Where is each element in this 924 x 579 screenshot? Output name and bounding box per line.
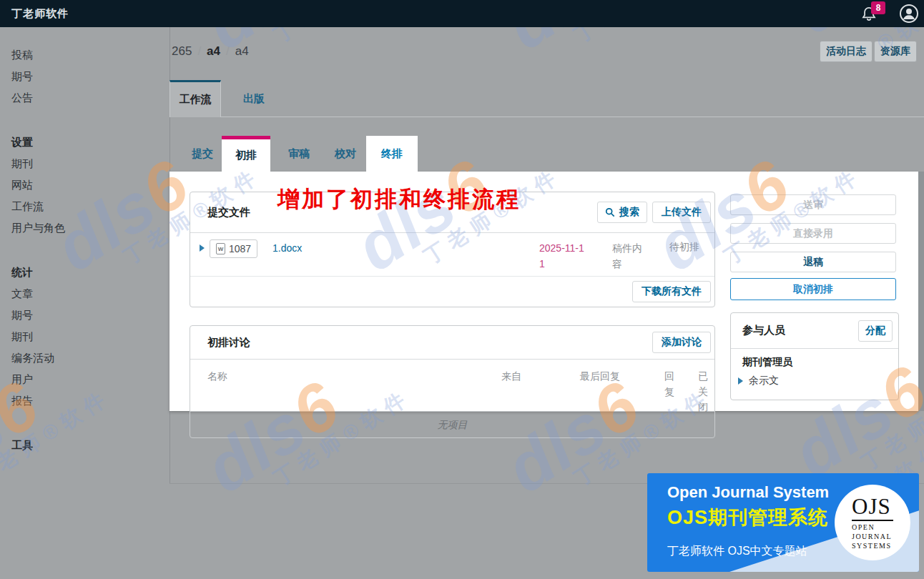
banner-subtitle: 丁老师软件 OJS中文专题站 [667, 544, 807, 559]
watermark-tile: dls6丁老师®软件 [342, 551, 566, 579]
files-panel-title: 提交文件 [207, 206, 250, 219]
sidebar: 投稿 期号 公告 设置 期刊 网站 工作流 用户与角色 统计 文章 期号 期刊 … [0, 27, 169, 579]
send-to-review-button[interactable]: 送审 [730, 194, 896, 215]
breadcrumb: 265/a4/a4 [172, 44, 249, 59]
banner-title-cn: OJS期刊管理系统 [667, 505, 828, 530]
participant-row: 余示文 [731, 369, 898, 387]
discussions-title: 初排讨论 [207, 336, 250, 350]
ojs-promo-banner: Open Journal System OJS期刊管理系统 丁老师软件 OJS中… [647, 473, 919, 572]
column-last-reply: 最后回复 [580, 369, 620, 385]
download-all-files-button[interactable]: 下载所有文件 [632, 281, 711, 302]
column-replies: 回复 [664, 369, 676, 400]
sidebar-header-statistics: 统计 [11, 262, 169, 283]
stage-tab-copyediting[interactable]: 校对 [325, 136, 365, 172]
topbar: 丁老师软件 8 [0, 0, 924, 27]
expand-triangle-icon[interactable] [738, 377, 743, 385]
sidebar-header-settings: 设置 [11, 132, 169, 153]
breadcrumb-separator: / [226, 44, 230, 58]
stage-tab-final-layout[interactable]: 终排 [366, 136, 418, 172]
column-from: 来自 [501, 369, 521, 385]
sidebar-item-stat-users[interactable]: 用户 [11, 369, 169, 390]
ojs-logo-line-journal: JOURNAL [852, 532, 893, 541]
file-date: 2025-11-11 [539, 241, 585, 272]
sidebar-item-issues[interactable]: 期号 [11, 66, 169, 87]
breadcrumb-title: a4 [235, 44, 249, 58]
sidebar-item-website[interactable]: 网站 [11, 174, 169, 196]
discussions-header: 初排讨论 添加讨论 [190, 326, 714, 360]
sidebar-item-editorial-activity[interactable]: 编务活动 [11, 347, 169, 369]
tabs-underline [169, 117, 924, 117]
participants-title: 参与人员 [742, 324, 785, 337]
sidebar-item-articles[interactable]: 文章 [11, 283, 169, 305]
breadcrumb-separator: / [197, 44, 201, 58]
search-button[interactable]: 搜索 [597, 202, 647, 223]
cancel-initial-layout-button[interactable]: 取消初排 [730, 278, 896, 300]
file-name-link[interactable]: 1.docx [272, 242, 302, 254]
user-avatar-icon[interactable] [898, 3, 920, 24]
participants-header: 参与人员 分配 [731, 313, 898, 349]
tab-publication[interactable]: 出版 [229, 80, 279, 117]
word-file-icon: W [216, 243, 225, 254]
annotation-text: 增加了初排和终排流程 [277, 184, 521, 214]
expand-triangle-icon[interactable] [200, 244, 205, 252]
stage-tab-submission[interactable]: 提交 [182, 136, 222, 172]
sidebar-item-journal[interactable]: 期刊 [11, 153, 169, 174]
sidebar-item-workflow[interactable]: 工作流 [11, 196, 169, 217]
sidebar-item-submissions[interactable]: 投稿 [11, 44, 169, 66]
activity-log-button[interactable]: 活动日志 [820, 41, 873, 62]
stage-tab-review[interactable]: 审稿 [279, 136, 319, 172]
column-closed: 已关闭 [698, 369, 709, 415]
file-id: 1087 [229, 243, 251, 254]
app-root: 丁老师软件 8 投稿 期号 公告 设置 期刊 网站 工作流 用户与角色 统计 文… [0, 0, 924, 579]
search-button-label: 搜索 [619, 206, 639, 219]
ojs-logo-line-systems: SYSTEMS [852, 541, 893, 550]
participants-panel: 参与人员 分配 期刊管理员 余示文 [730, 312, 899, 400]
discussions-empty-state: 无项目 [190, 411, 714, 438]
breadcrumb-submission-id: 265 [172, 44, 192, 58]
file-genre: 稿件内容 [612, 241, 647, 272]
participant-role: 期刊管理员 [731, 349, 898, 369]
sidebar-item-reports[interactable]: 报告 [11, 390, 169, 412]
file-row: W 1087 1.docx 2025-11-11 稿件内容 待初排 [190, 233, 714, 277]
banner-title-en: Open Journal System [667, 483, 829, 502]
sidebar-item-users-roles[interactable]: 用户与角色 [11, 217, 169, 239]
search-icon [605, 207, 615, 217]
discussions-column-headers: 名称 来自 最后回复 回复 已关闭 [190, 360, 714, 411]
library-button[interactable]: 资源库 [874, 41, 917, 62]
files-panel-footer: 下载所有文件 [190, 277, 714, 307]
assign-button[interactable]: 分配 [858, 320, 893, 342]
sidebar-item-announcements[interactable]: 公告 [11, 87, 169, 109]
breadcrumb-current: a4 [207, 44, 220, 58]
decline-submission-button[interactable]: 退稿 [730, 252, 896, 272]
file-id-chip: W 1087 [210, 239, 257, 258]
ojs-logo-rule [852, 520, 893, 521]
ojs-logo-text: OJS [852, 495, 893, 518]
stage-tab-initial-layout[interactable]: 初排 [222, 136, 270, 172]
brand-title: 丁老师软件 [11, 0, 69, 27]
sidebar-item-stat-journal[interactable]: 期刊 [11, 326, 169, 347]
notification-badge[interactable]: 8 [871, 1, 885, 14]
accept-submission-button[interactable]: 直接录用 [730, 223, 896, 244]
sidebar-header-tools: 工具 [11, 435, 169, 456]
ojs-logo-line-open: OPEN [852, 523, 893, 532]
participant-name[interactable]: 余示文 [749, 375, 779, 387]
vertical-scrollbar[interactable] [918, 172, 924, 411]
upload-file-button[interactable]: 上传文件 [652, 202, 711, 223]
tab-workflow[interactable]: 工作流 [169, 80, 221, 117]
add-discussion-button[interactable]: 添加讨论 [652, 332, 711, 353]
layout-discussions-panel: 初排讨论 添加讨论 名称 来自 最后回复 回复 已关闭 无项目 [190, 325, 715, 438]
file-status: 待初排 [669, 241, 699, 254]
sidebar-item-stat-issues[interactable]: 期号 [11, 305, 169, 326]
column-name: 名称 [207, 369, 227, 385]
ojs-logo: OJS OPEN JOURNAL SYSTEMS [835, 485, 910, 560]
